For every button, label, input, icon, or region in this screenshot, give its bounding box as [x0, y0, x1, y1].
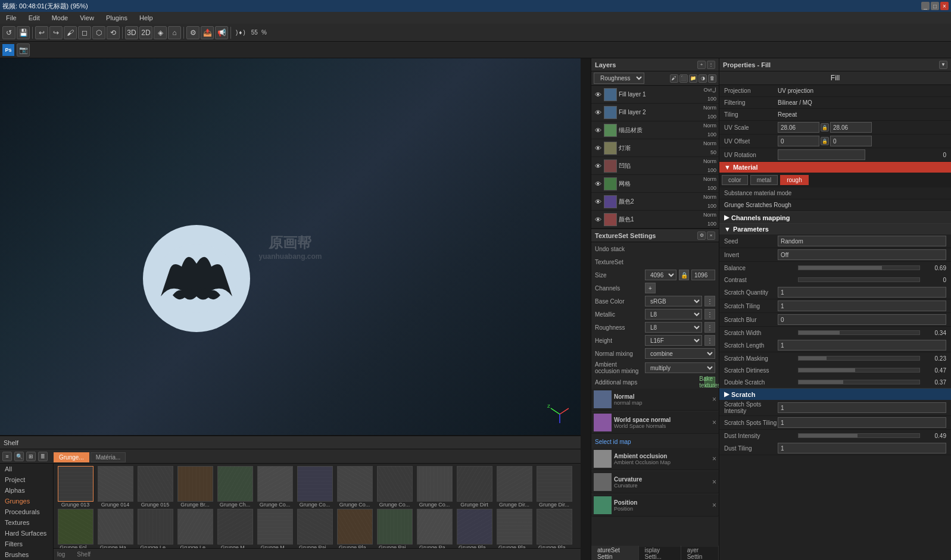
curvature-map-close[interactable]: ×	[712, 478, 716, 486]
layers-add[interactable]: +	[697, 61, 706, 69]
channel-tab-color[interactable]: color	[722, 175, 748, 185]
layers-options[interactable]: ⋮	[707, 61, 715, 69]
shelf-item-5[interactable]: Grunge Co...	[255, 466, 294, 508]
menu-mode[interactable]: Mode	[48, 13, 72, 23]
scratch-dirtiness-slider[interactable]	[798, 368, 920, 373]
position-map-close[interactable]: ×	[712, 501, 716, 509]
toolbar-erase[interactable]: ◻	[78, 26, 91, 39]
uvrotation-input[interactable]	[778, 149, 865, 160]
bottom-tab-2[interactable]: ayer Settin	[681, 546, 719, 560]
ts-close[interactable]: ×	[707, 231, 715, 240]
bottom-tab-0[interactable]: atureSet Settin	[591, 546, 639, 560]
close-button[interactable]: ×	[940, 2, 949, 10]
toolbar-paint[interactable]: 🖌	[64, 26, 77, 39]
ts-size-select[interactable]: 4096 2048 1024	[645, 270, 676, 280]
uvscale-input-x[interactable]	[778, 122, 819, 133]
shelf-item-0[interactable]: Grunge 013	[56, 466, 95, 508]
shelf-item-21[interactable]: Grunge Pai...	[375, 509, 414, 548]
layer-eye-3[interactable]: 👁	[594, 144, 602, 152]
shelf-item-25[interactable]: Grunge Pla...	[535, 509, 573, 548]
shelf-item-14[interactable]: Grunge Ha...	[96, 509, 135, 548]
layers-filter-select[interactable]: Roughness Metallic Base Color	[594, 73, 644, 84]
ts-roughness-menu[interactable]: ⋮	[704, 322, 715, 333]
shelf-nav-procedurals[interactable]: Procedurals	[0, 506, 53, 517]
uvoffset-lock[interactable]: 🔒	[821, 137, 829, 145]
bottom-tab-1[interactable]: isplay Setti...	[639, 546, 681, 560]
layers-tb-mask[interactable]: ◑	[699, 74, 707, 83]
menu-view[interactable]: View	[76, 13, 98, 23]
scratch-section-header[interactable]: ▶ Scratch	[719, 388, 951, 400]
shelf-item-8[interactable]: Grunge Co...	[375, 466, 414, 508]
toolbar-save[interactable]: 💾	[17, 26, 30, 39]
uvscale-lock[interactable]: 🔒	[821, 123, 829, 132]
scratch-width-slider[interactable]	[798, 330, 920, 335]
toolbar-select[interactable]: ⬡	[92, 26, 105, 39]
shelf-item-9[interactable]: Grunge Co...	[415, 466, 454, 508]
shelf-item-4[interactable]: Grunge Ch...	[216, 466, 254, 508]
channel-tab-metal[interactable]: metal	[750, 175, 778, 185]
layer-eye-6[interactable]: 👁	[594, 198, 602, 206]
uvoffset-input-y[interactable]	[830, 136, 872, 146]
shelf-toolbar-btn[interactable]: ≡	[2, 452, 12, 461]
invert-input[interactable]	[778, 249, 946, 260]
layer-eye-4[interactable]: 👁	[594, 162, 602, 170]
shelf-grid[interactable]: ⊞	[26, 452, 36, 461]
layer-eye-0[interactable]: 👁	[594, 90, 602, 99]
shelf-nav-filters[interactable]: Filters	[0, 539, 53, 549]
double-scratch-slider[interactable]	[798, 380, 920, 384]
ts-roughness-select[interactable]: L8	[645, 322, 702, 333]
worldnormal-map-close[interactable]: ×	[712, 418, 716, 427]
shelf-nav-all[interactable]: All	[0, 464, 53, 474]
scratch-spots-intensity-input[interactable]	[778, 402, 946, 413]
shelf-item-11[interactable]: Grunge Dir...	[495, 466, 534, 508]
layers-tb-delete[interactable]: 🗑	[708, 74, 716, 83]
ts-options[interactable]: ⚙	[697, 231, 706, 240]
toolbar-undo[interactable]: ↩	[35, 26, 48, 39]
dust-tiling-input[interactable]	[778, 443, 946, 453]
shelf-tab-0[interactable]: Grunge...	[54, 452, 89, 462]
ts-basecolor-select[interactable]: sRGB	[645, 296, 702, 306]
layers-tb-add[interactable]: 🖌	[670, 74, 678, 83]
shelf-list[interactable]: ≣	[38, 452, 48, 461]
shelf-item-10[interactable]: Grunge Dirt	[455, 466, 494, 508]
shelf-item-16[interactable]: Grunge Le...	[176, 509, 214, 548]
ts-metallic-menu[interactable]: ⋮	[704, 309, 715, 320]
shelf-tab-1[interactable]: Matéria...	[91, 452, 126, 462]
toolbar-2d[interactable]: 2D	[139, 26, 152, 39]
shelf-item-7[interactable]: Grunge Co...	[335, 466, 374, 508]
shelf-item-3[interactable]: Grunge Br...	[176, 466, 214, 508]
minimize-button[interactable]: _	[921, 2, 930, 10]
shelf-item-18[interactable]: Grunge M...	[255, 509, 294, 548]
toolbar-env[interactable]: ◈	[154, 26, 167, 39]
shelf-item-24[interactable]: Grunge Pla...	[495, 509, 534, 548]
shelf-item-1[interactable]: Grunge 014	[96, 466, 135, 508]
ts-metallic-select[interactable]: L8	[645, 309, 702, 320]
layer-eye-7[interactable]: 👁	[594, 215, 602, 224]
ts-normalmixing-select[interactable]: combine	[645, 348, 715, 359]
contrast-slider[interactable]	[798, 277, 920, 282]
toolbar2-camera[interactable]: 📷	[17, 43, 30, 57]
uvscale-input-y[interactable]	[830, 122, 872, 133]
toolbar-redo[interactable]: ↪	[49, 26, 63, 39]
dust-intensity-slider[interactable]	[798, 433, 920, 438]
viewport[interactable]: Material 原画帮 yuanhuabang.com X Z Y	[0, 58, 581, 435]
shelf-item-12[interactable]: Grunge Dir...	[535, 466, 573, 508]
maximize-button[interactable]: □	[931, 2, 939, 10]
ts-size-lock[interactable]: 🔒	[679, 270, 689, 280]
menu-plugins[interactable]: Plugins	[102, 13, 131, 23]
menu-file[interactable]: File	[2, 13, 20, 23]
ao-map-close[interactable]: ×	[712, 455, 716, 463]
uvoffset-input-x[interactable]	[778, 136, 819, 146]
scratch-quantity-input[interactable]	[778, 287, 946, 298]
shelf-item-17[interactable]: Grunge M...	[216, 509, 254, 548]
shelf-nav-brushes[interactable]: Brushes	[0, 549, 53, 560]
ts-channels-add[interactable]: +	[645, 283, 656, 293]
scratch-length-input[interactable]	[778, 340, 946, 351]
menu-edit[interactable]: Edit	[25, 13, 43, 23]
shelf-item-22[interactable]: Grunge Pa...	[415, 509, 454, 548]
props-collapse[interactable]: ▼	[939, 61, 947, 69]
layer-eye-1[interactable]: 👁	[594, 108, 602, 117]
ts-height-select[interactable]: L16F	[645, 335, 702, 346]
balance-slider[interactable]	[798, 265, 920, 270]
channel-tab-rough[interactable]: rough	[780, 175, 809, 185]
